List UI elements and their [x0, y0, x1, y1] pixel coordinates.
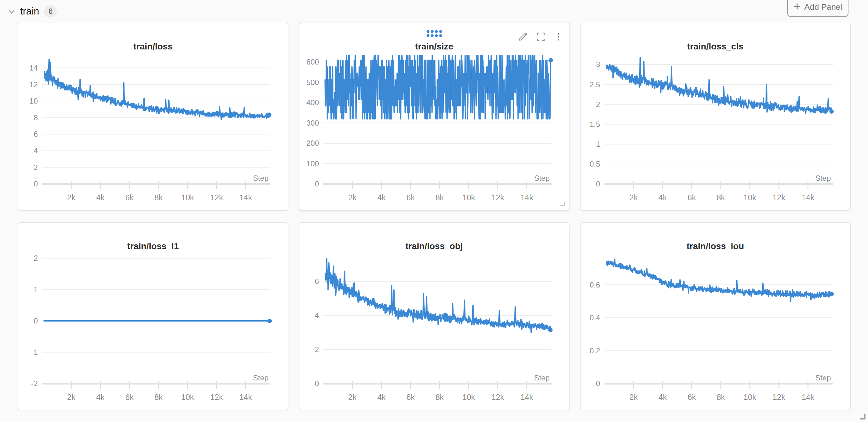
y-tick-label: 8	[34, 113, 38, 122]
panel-actions	[518, 32, 564, 42]
x-tick-label: 12k	[491, 393, 504, 401]
panel-train-loss-iou[interactable]: train/loss_iou00.20.40.62k4k6k8k10k12k14…	[580, 222, 851, 410]
y-tick-label: 2	[34, 254, 38, 262]
y-tick-label: 0	[34, 317, 38, 325]
line-chart-train-loss-l1[interactable]: -2-10122k4k6k8k10k12k14kStep	[18, 223, 288, 410]
x-tick-label: 6k	[687, 393, 696, 401]
x-tick-label: 14k	[802, 193, 814, 202]
section-resize-handle-icon[interactable]	[860, 414, 866, 420]
y-tick-label: 0	[315, 180, 319, 188]
fullscreen-icon[interactable]	[535, 32, 546, 42]
y-tick-label: 0.6	[590, 281, 600, 289]
y-tick-label: 0.4	[590, 313, 600, 322]
drag-handle-dots[interactable]	[426, 29, 443, 38]
last-point-marker	[829, 292, 834, 296]
line-chart-train-size[interactable]: 01002003004005006002k4k6k8k10k12k14kStep	[300, 23, 569, 210]
chevron-down-icon[interactable]	[7, 7, 17, 17]
y-tick-label: 500	[306, 78, 319, 87]
line-chart-train-loss-obj[interactable]: 02462k4k6k8k10k12k14kStep	[300, 223, 569, 410]
x-tick-label: 2k	[629, 193, 638, 202]
x-axis-label: Step	[534, 174, 550, 182]
add-panel-button[interactable]: + Add Panel	[787, 0, 848, 17]
y-tick-label: 0	[596, 180, 600, 188]
panel-resize-handle-icon[interactable]	[560, 201, 565, 206]
x-tick-label: 4k	[96, 193, 105, 202]
y-tick-label: 10	[29, 97, 38, 105]
panel-count-badge: 6	[44, 5, 57, 17]
line-chart-train-loss-cls[interactable]: 00.511.522.532k4k6k8k10k12k14kStep	[581, 23, 850, 210]
last-point-marker	[548, 328, 553, 332]
x-tick-label: 2k	[348, 393, 357, 401]
x-tick-label: 4k	[377, 193, 386, 202]
x-tick-label: 8k	[436, 193, 444, 202]
x-tick-label: 2k	[629, 393, 638, 401]
x-tick-label: 6k	[125, 193, 134, 202]
x-tick-label: 10k	[181, 193, 194, 202]
y-tick-label: -1	[31, 348, 38, 357]
y-tick-label: 1.5	[590, 120, 600, 129]
x-tick-label: 8k	[154, 193, 163, 202]
x-tick-label: 8k	[154, 393, 163, 401]
x-tick-label: 2k	[348, 193, 357, 202]
panel-train-loss[interactable]: train/loss024681012142k4k6k8k10k12k14kSt…	[18, 23, 288, 211]
y-tick-label: 2.5	[590, 80, 600, 89]
y-tick-label: 100	[306, 159, 319, 168]
x-tick-label: 10k	[462, 393, 475, 401]
y-tick-label: 300	[306, 119, 319, 127]
x-tick-label: 12k	[773, 393, 785, 401]
x-tick-label: 4k	[658, 193, 667, 202]
y-tick-label: 4	[34, 147, 38, 155]
line-chart-train-loss[interactable]: 024681012142k4k6k8k10k12k14kStep	[18, 23, 288, 210]
panel-train-loss-obj[interactable]: train/loss_obj02462k4k6k8k10k12k14kStep	[299, 222, 569, 410]
x-tick-label: 8k	[436, 393, 444, 401]
x-tick-label: 12k	[210, 193, 223, 202]
y-tick-label: 4	[315, 311, 319, 320]
x-tick-label: 4k	[658, 393, 667, 401]
plus-icon: +	[794, 0, 801, 12]
x-tick-label: 14k	[239, 393, 252, 401]
y-tick-label: 0	[596, 379, 600, 388]
x-axis-label: Step	[253, 374, 269, 382]
y-tick-label: -2	[31, 379, 38, 388]
x-axis-label: Step	[815, 374, 831, 382]
y-tick-label: 400	[306, 98, 319, 107]
line-chart-train-loss-iou[interactable]: 00.20.40.62k4k6k8k10k12k14kStep	[581, 223, 850, 410]
x-tick-label: 2k	[67, 193, 75, 202]
x-tick-label: 4k	[96, 393, 105, 401]
x-tick-label: 6k	[406, 193, 415, 202]
last-point-marker	[829, 109, 834, 114]
y-tick-label: 6	[315, 277, 319, 286]
panel-train-size[interactable]: train/size01002003004005006002k4k6k8k10k…	[299, 23, 569, 211]
y-tick-label: 3	[596, 60, 600, 69]
x-tick-label: 4k	[377, 393, 386, 401]
pencil-icon[interactable]	[518, 32, 529, 42]
last-point-marker	[549, 58, 553, 62]
x-tick-label: 14k	[520, 393, 533, 401]
x-tick-label: 6k	[687, 193, 696, 202]
kebab-menu-icon[interactable]	[553, 32, 564, 42]
x-tick-label: 6k	[406, 393, 415, 401]
x-tick-label: 6k	[125, 393, 134, 401]
y-tick-label: 12	[29, 80, 38, 89]
y-tick-label: 2	[315, 345, 319, 354]
x-tick-label: 14k	[239, 193, 252, 202]
x-tick-label: 14k	[520, 193, 533, 202]
x-tick-label: 10k	[181, 393, 194, 401]
section-header: train 6	[0, 0, 868, 23]
x-axis-label: Step	[253, 174, 269, 182]
y-tick-label: 2	[596, 100, 600, 109]
x-tick-label: 8k	[717, 193, 725, 202]
x-tick-label: 12k	[491, 193, 504, 202]
x-axis-label: Step	[815, 174, 831, 182]
x-axis-label: Step	[534, 374, 550, 382]
panel-train-loss-cls[interactable]: train/loss_cls00.511.522.532k4k6k8k10k12…	[580, 23, 851, 211]
y-tick-label: 0	[34, 180, 38, 188]
x-tick-label: 12k	[210, 393, 223, 401]
y-tick-label: 1	[34, 285, 38, 294]
y-tick-label: 6	[34, 130, 38, 138]
last-point-marker	[267, 112, 271, 117]
panel-grid: train/loss024681012142k4k6k8k10k12k14kSt…	[0, 23, 868, 410]
x-tick-label: 10k	[462, 193, 475, 202]
panel-train-loss-l1[interactable]: train/loss_l1-2-10122k4k6k8k10k12k14kSte…	[18, 222, 288, 410]
x-tick-label: 10k	[744, 193, 756, 202]
